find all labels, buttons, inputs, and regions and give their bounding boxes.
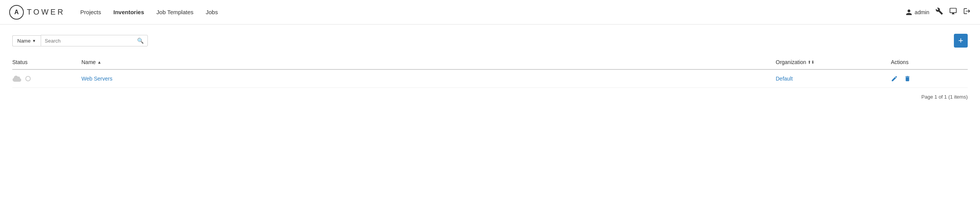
actions-cell bbox=[891, 75, 968, 82]
pagination-text: Page 1 of 1 (1 items) bbox=[921, 94, 968, 100]
header-actions: Actions bbox=[891, 59, 968, 65]
header-organization[interactable]: Organization ⬆⬇ bbox=[776, 59, 891, 65]
table-row: Web Servers Default bbox=[12, 70, 968, 88]
brand-logo: A bbox=[9, 5, 24, 20]
toolbar-left: Name ▼ 🔍 bbox=[12, 35, 148, 46]
edit-icon[interactable] bbox=[891, 75, 898, 82]
brand: A TOWER bbox=[9, 5, 65, 20]
cloud-icon bbox=[12, 75, 22, 82]
username-label: admin bbox=[915, 9, 929, 15]
nav-links: Projects Inventories Job Templates Jobs bbox=[80, 7, 906, 17]
search-box: 🔍 bbox=[41, 35, 148, 46]
nav-right: admin bbox=[906, 7, 971, 17]
nav-user: admin bbox=[906, 9, 929, 16]
organization-cell: Default bbox=[776, 76, 891, 82]
sort-both-icon: ⬆⬇ bbox=[808, 60, 814, 65]
status-cell bbox=[12, 75, 81, 82]
nav-projects[interactable]: Projects bbox=[80, 7, 101, 17]
brand-name: TOWER bbox=[27, 8, 65, 16]
filter-label: Name bbox=[17, 38, 31, 44]
chevron-down-icon: ▼ bbox=[32, 39, 36, 43]
logout-icon[interactable] bbox=[963, 7, 971, 17]
nav-jobs[interactable]: Jobs bbox=[206, 7, 218, 17]
search-input[interactable] bbox=[41, 36, 133, 46]
filter-dropdown-button[interactable]: Name ▼ bbox=[12, 35, 41, 46]
main-content: Name ▼ 🔍 + Status Name ▲ Organization ⬆⬇… bbox=[0, 25, 980, 109]
search-button[interactable]: 🔍 bbox=[133, 35, 147, 46]
delete-icon[interactable] bbox=[904, 75, 911, 82]
status-circle-icon bbox=[25, 76, 31, 81]
table-header: Status Name ▲ Organization ⬆⬇ Actions bbox=[12, 55, 968, 70]
toolbar: Name ▼ 🔍 + bbox=[12, 34, 968, 48]
navbar: A TOWER Projects Inventories Job Templat… bbox=[0, 0, 980, 25]
user-icon bbox=[906, 9, 912, 16]
add-button[interactable]: + bbox=[954, 34, 968, 48]
monitor-icon[interactable] bbox=[949, 7, 957, 17]
search-icon: 🔍 bbox=[137, 38, 144, 44]
nav-job-templates[interactable]: Job Templates bbox=[156, 7, 193, 17]
organization-link[interactable]: Default bbox=[776, 76, 793, 82]
settings-icon[interactable] bbox=[935, 7, 943, 17]
pagination: Page 1 of 1 (1 items) bbox=[12, 88, 968, 100]
nav-inventories[interactable]: Inventories bbox=[113, 7, 144, 17]
sort-asc-icon: ▲ bbox=[97, 60, 101, 64]
inventory-name-link[interactable]: Web Servers bbox=[81, 76, 113, 82]
header-name[interactable]: Name ▲ bbox=[81, 59, 776, 65]
header-status: Status bbox=[12, 59, 81, 65]
name-cell: Web Servers bbox=[81, 76, 776, 82]
